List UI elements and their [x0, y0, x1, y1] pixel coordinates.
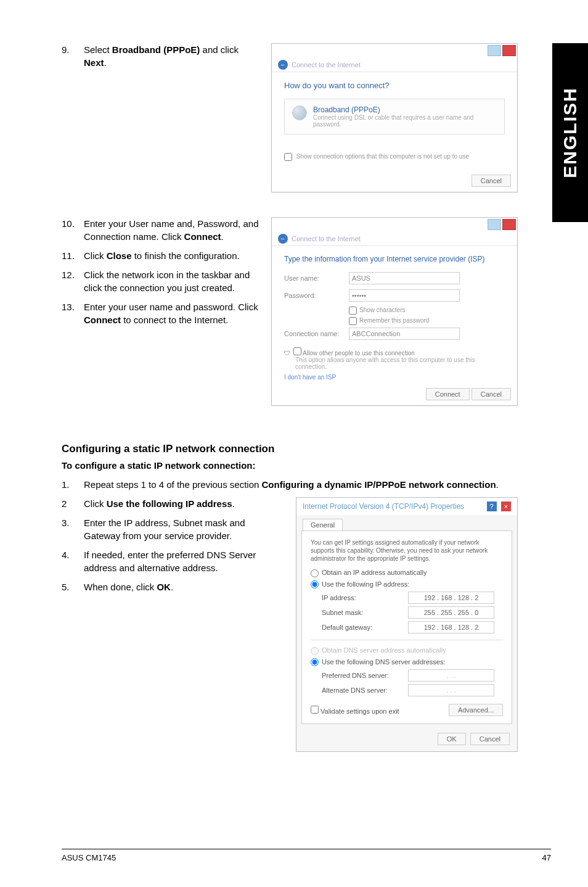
isp-dialog: ← Connect to the Internet Type the infor…	[271, 217, 518, 406]
alt-dns-input[interactable]: . . .	[408, 684, 494, 696]
obtain-dns-radio	[311, 647, 319, 655]
pref-dns-input[interactable]: . . .	[408, 669, 494, 682]
alt-dns-label: Alternate DNS server:	[322, 687, 408, 694]
connection-name-input[interactable]	[349, 328, 460, 340]
ipv4-description: You can get IP settings assigned automat…	[311, 538, 503, 563]
general-tab[interactable]: General	[303, 519, 343, 530]
allow-others-checkbox[interactable]	[293, 347, 301, 355]
pref-dns-label: Preferred DNS server:	[322, 672, 408, 679]
minimize-button[interactable]	[488, 219, 501, 230]
help-button[interactable]: ?	[487, 501, 497, 511]
remember-checkbox[interactable]	[349, 317, 357, 325]
step-9: 9. Select Broadband (PPPoE) and click Ne…	[62, 43, 259, 69]
step-10: 10. Enter your User name and, Password, …	[62, 217, 259, 243]
use-ip-radio[interactable]	[311, 580, 319, 588]
step-13: 13. Enter your user name and password. C…	[62, 300, 259, 326]
connect-dialog-1: ← Connect to the Internet How do you wan…	[271, 43, 518, 192]
shield-icon: 🛡	[284, 350, 292, 357]
dialog-header: ← Connect to the Internet	[272, 231, 517, 246]
option-subtitle: Connect using DSL or cable that requires…	[313, 114, 497, 128]
ipv4-titlebar: Internet Protocol Version 4 (TCP/IPv4) P…	[296, 498, 517, 515]
use-dns-radio[interactable]	[311, 658, 319, 666]
cancel-button[interactable]: Cancel	[470, 733, 510, 745]
section-subheading: To configure a static IP network connect…	[62, 460, 551, 471]
username-input[interactable]	[349, 272, 460, 284]
show-options-checkbox-row: Show connection options that this comput…	[284, 153, 505, 161]
ipv4-title-text: Internet Protocol Version 4 (TCP/IPv4) P…	[303, 502, 464, 511]
obtain-ip-radio[interactable]	[311, 569, 319, 577]
validate-checkbox[interactable]	[311, 706, 319, 714]
language-tab: ENGLISH	[552, 43, 588, 222]
dialog-header: ← Connect to the Internet	[272, 57, 517, 72]
page-footer: ASUS CM1745 47	[62, 849, 551, 862]
password-input[interactable]	[349, 289, 460, 302]
step-number: 9.	[62, 43, 84, 69]
globe-icon	[292, 105, 307, 120]
ip-address-label: IP address:	[322, 594, 408, 601]
advanced-button[interactable]: Advanced...	[449, 704, 503, 716]
back-icon[interactable]: ←	[278, 60, 288, 70]
minimize-button[interactable]	[488, 45, 501, 56]
show-chars-checkbox[interactable]	[349, 307, 357, 315]
gateway-label: Default gateway:	[322, 624, 408, 631]
username-label: User name:	[284, 274, 349, 282]
footer-page-number: 47	[542, 853, 551, 862]
connection-name-label: Connection name:	[284, 330, 349, 337]
show-options-label: Show connection options that this comput…	[296, 153, 469, 160]
cancel-button[interactable]: Cancel	[472, 388, 511, 400]
cancel-button[interactable]: Cancel	[472, 175, 511, 187]
bstep-2: 2 Click Use the following IP address.	[62, 497, 284, 510]
step-text: Select Broadband (PPPoE) and click Next.	[84, 43, 259, 69]
subnet-mask-label: Subnet mask:	[322, 609, 408, 616]
dialog-titlebar	[272, 44, 517, 57]
step-11: 11. Click Close to finish the configurat…	[62, 249, 259, 262]
bstep-1: 1. Repeat steps 1 to 4 of the previous s…	[62, 478, 505, 491]
connect-button[interactable]: Connect	[426, 388, 470, 400]
no-isp-link[interactable]: I don't have an ISP	[284, 374, 336, 381]
dialog-breadcrumb: Connect to the Internet	[292, 235, 361, 242]
ipv4-dialog: Internet Protocol Version 4 (TCP/IPv4) P…	[296, 497, 518, 752]
ip-address-input[interactable]: 192 . 168 . 128 . 2	[408, 592, 494, 604]
allow-others-label: Allow other people to use this connectio…	[303, 350, 415, 357]
footer-product: ASUS CM1745	[62, 853, 116, 862]
allow-others-desc: This option allows anyone with access to…	[295, 357, 505, 370]
dialog-titlebar	[272, 218, 517, 231]
option-title: Broadband (PPPoE)	[313, 105, 497, 114]
back-icon[interactable]: ←	[278, 234, 288, 244]
close-button[interactable]: ×	[501, 501, 511, 511]
step-12: 12. Click the network icon in the taskba…	[62, 268, 259, 294]
dialog-question: How do you want to connect?	[284, 81, 505, 90]
section-heading: Configuring a static IP network connecti…	[62, 443, 551, 455]
dialog-breadcrumb: Connect to the Internet	[292, 61, 361, 68]
password-label: Password:	[284, 292, 349, 299]
isp-heading: Type the information from your Internet …	[284, 255, 505, 263]
subnet-mask-input[interactable]: 255 . 255 . 255 . 0	[408, 606, 494, 619]
close-button[interactable]	[502, 219, 516, 230]
gateway-input[interactable]: 192 . 168 . 128 . 2	[408, 621, 494, 633]
language-tab-label: ENGLISH	[560, 87, 581, 178]
bstep-3: 3. Enter the IP address, Subnet mask and…	[62, 516, 284, 542]
show-options-checkbox[interactable]	[284, 153, 292, 161]
broadband-option[interactable]: Broadband (PPPoE) Connect using DSL or c…	[284, 99, 505, 134]
bstep-5: 5. When done, click OK.	[62, 580, 284, 593]
bstep-4: 4. If needed, enter the preferred DNS Se…	[62, 548, 284, 574]
ok-button[interactable]: OK	[438, 733, 466, 745]
close-button[interactable]	[502, 45, 516, 56]
